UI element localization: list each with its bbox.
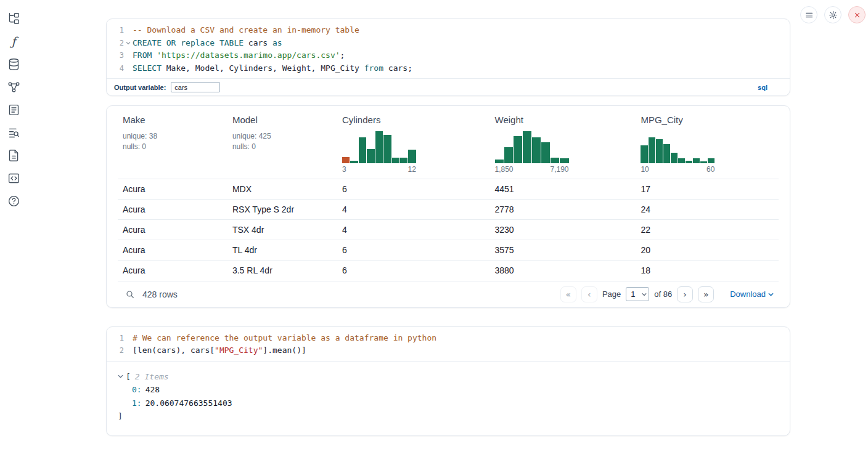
- table-body: AcuraMDX6445117AcuraRSX Type S 2dr427782…: [118, 179, 779, 281]
- column-name: Cylinders: [342, 115, 485, 125]
- line-number: 1: [109, 24, 124, 37]
- sql-cell-footer: Output variable: sql: [107, 78, 790, 95]
- variables-icon[interactable]: ƒ: [6, 34, 22, 49]
- code-token: cars: [244, 38, 272, 47]
- gutter: [124, 37, 133, 50]
- settings-button[interactable]: [824, 6, 841, 23]
- code-line: 3FROM 'https://datasets.marimo.app/cars.…: [109, 49, 784, 62]
- output-variable-input[interactable]: [171, 82, 220, 92]
- code-token: replace: [181, 38, 215, 47]
- column-header-cylinders[interactable]: Cylinders312: [337, 110, 490, 179]
- column-name: MPG_City: [641, 115, 774, 125]
- null-count: nulls: 0: [123, 142, 223, 152]
- column-histogram: [342, 131, 416, 163]
- left-sidebar: ƒ: [0, 0, 27, 208]
- logs-icon[interactable]: [6, 125, 22, 140]
- search-icon[interactable]: [125, 289, 135, 299]
- gutter: [124, 62, 133, 75]
- shutdown-button[interactable]: [848, 6, 866, 23]
- python-code-editor[interactable]: 1# We can reference the output variable …: [107, 327, 790, 361]
- tree-colon: :: [137, 397, 142, 410]
- last-page-button[interactable]: »: [698, 286, 714, 302]
- code-line: 2[len(cars), cars["MPG_City"].mean()]: [109, 344, 784, 357]
- code-token: 'https://datasets.marimo.app/cars.csv': [157, 51, 340, 60]
- tree-root-line[interactable]: [2 Items: [118, 370, 779, 384]
- table-row[interactable]: AcuraRSX Type S 2dr4277824: [118, 200, 779, 220]
- page-total-label: of 86: [654, 289, 672, 299]
- histogram-bar: [504, 147, 513, 163]
- close-bracket: ]: [118, 410, 123, 423]
- table-footer: 428 rows « ‹ Page 1 of 86 › » Download: [118, 281, 779, 307]
- column-name: Make: [123, 115, 223, 125]
- code-token: TABLE: [219, 38, 244, 47]
- tree-entry: 0:428: [118, 383, 779, 397]
- previous-page-button[interactable]: ‹: [581, 286, 597, 302]
- histogram-min: 1,850: [495, 165, 514, 174]
- next-page-button[interactable]: ›: [677, 286, 693, 302]
- items-count: 2 Items: [135, 370, 169, 384]
- datasources-icon[interactable]: [6, 57, 22, 71]
- histogram-max: 7,190: [550, 165, 568, 174]
- download-button[interactable]: Download: [730, 289, 774, 299]
- code-token: cars;: [383, 63, 412, 73]
- column-histogram: [641, 131, 714, 163]
- code-token: SELECT: [133, 63, 162, 73]
- code-text: # We can reference the output variable a…: [133, 332, 436, 345]
- column-header-model[interactable]: Modelunique: 425nulls: 0: [227, 110, 337, 179]
- file-explorer-icon[interactable]: [6, 11, 22, 26]
- table-cell: RSX Type S 2dr: [227, 200, 337, 220]
- histogram-bar: [367, 149, 374, 163]
- tree-colon: :: [137, 383, 142, 397]
- help-icon[interactable]: [6, 193, 22, 208]
- first-page-button[interactable]: «: [560, 286, 576, 302]
- table-row[interactable]: Acura3.5 RL 4dr6388018: [118, 261, 779, 281]
- histogram-min: 10: [641, 165, 649, 174]
- tree-entry: 1:20.060747663551403: [118, 397, 779, 410]
- snippets-icon[interactable]: [6, 171, 22, 185]
- line-number: 2: [109, 344, 124, 357]
- histogram-bar: [686, 161, 692, 163]
- histogram-bar: [350, 161, 358, 163]
- column-header-make[interactable]: Makeunique: 38nulls: 0: [118, 110, 227, 179]
- scratchpad-icon[interactable]: [6, 102, 22, 117]
- histogram-bar: [693, 158, 700, 163]
- table-row[interactable]: AcuraMDX6445117: [118, 179, 779, 200]
- tree-key: 1: [132, 397, 137, 410]
- column-header-mpg_city[interactable]: MPG_City1060: [636, 110, 779, 179]
- histogram-bar: [700, 161, 707, 163]
- gutter: [124, 344, 133, 357]
- histogram-bar: [523, 131, 531, 163]
- column-histogram: [495, 131, 569, 163]
- menu-button[interactable]: [800, 6, 817, 23]
- histogram-bar: [392, 158, 399, 163]
- collapse-chevron-icon[interactable]: [118, 374, 123, 378]
- page-select[interactable]: 1: [626, 287, 649, 301]
- dependency-graph-icon[interactable]: [6, 79, 22, 94]
- table-cell: 6: [337, 240, 490, 261]
- histogram-bar: [708, 158, 714, 163]
- output-variable-label: Output variable:: [114, 84, 166, 91]
- histogram-bar: [678, 158, 685, 163]
- column-header-weight[interactable]: Weight1,8507,190: [490, 110, 636, 179]
- gutter: [124, 24, 133, 37]
- code-token: -- Download a CSV and create an in-memor…: [133, 25, 359, 34]
- python-output-tree: [2 Items0:4281:20.060747663551403]: [107, 361, 790, 435]
- table-cell: Acura: [118, 179, 227, 200]
- download-label: Download: [730, 289, 766, 299]
- table-cell: Acura: [118, 240, 227, 261]
- tree-close-line: ]: [118, 410, 779, 423]
- documentation-icon[interactable]: [6, 148, 22, 163]
- table-cell: 2778: [490, 200, 636, 220]
- notebook-actions: [800, 6, 866, 23]
- code-token: ].mean()]: [263, 346, 306, 355]
- table-row[interactable]: AcuraTL 4dr6357520: [118, 240, 779, 261]
- table-cell: 3880: [490, 261, 636, 281]
- table-cell: 22: [636, 220, 779, 240]
- code-token: as: [272, 38, 282, 47]
- table-row[interactable]: AcuraTSX 4dr4323022: [118, 220, 779, 240]
- table-cell: 3575: [490, 240, 636, 261]
- table-cell: 20: [636, 240, 779, 261]
- sql-code-editor[interactable]: 1-- Download a CSV and create an in-memo…: [107, 19, 790, 78]
- fold-chevron-icon[interactable]: [126, 41, 131, 45]
- table-header-row: Makeunique: 38nulls: 0Modelunique: 425nu…: [118, 110, 779, 179]
